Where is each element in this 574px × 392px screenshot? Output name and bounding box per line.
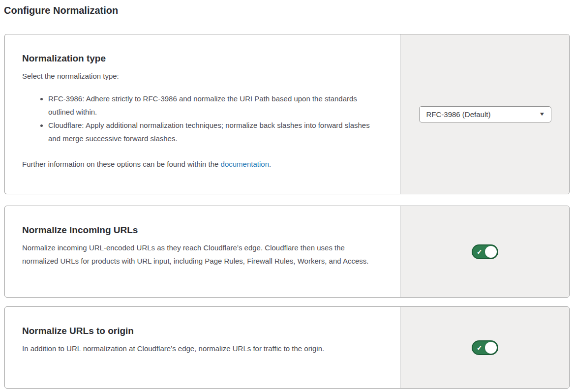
card-heading-normalize-incoming-urls: Normalize incoming URLs xyxy=(22,224,376,237)
list-item-rfc3986: RFC-3986: Adhere strictly to RFC-3986 an… xyxy=(48,92,374,119)
normalization-type-intro: Select the normalization type: xyxy=(22,69,376,83)
normalize-urls-to-origin-description: In addition to URL normalization at Clou… xyxy=(22,342,376,355)
configure-normalization-page: Configure Normalization Normalization ty… xyxy=(0,0,574,392)
page-title: Configure Normalization xyxy=(0,0,574,16)
card-normalize-urls-to-origin: Normalize URLs to origin In addition to … xyxy=(4,306,570,389)
check-icon: ✓ xyxy=(477,248,483,255)
normalize-urls-to-origin-toggle[interactable]: ✓ xyxy=(472,340,498,355)
check-icon: ✓ xyxy=(477,344,483,351)
card-normalize-incoming-urls-aside: ✓ xyxy=(400,206,569,297)
card-normalization-type: Normalization type Select the normalizat… xyxy=(4,34,570,194)
normalization-type-select[interactable]: RFC-3986 (Default) ▼ xyxy=(419,106,551,122)
card-normalize-urls-to-origin-aside: ✓ xyxy=(400,307,569,388)
card-normalize-urls-to-origin-body: Normalize URLs to origin In addition to … xyxy=(5,307,400,388)
card-normalize-incoming-urls: Normalize incoming URLs Normalize incomi… xyxy=(4,206,570,298)
normalization-type-options-list: RFC-3986: Adhere strictly to RFC-3986 an… xyxy=(22,92,376,145)
footer-text-prefix: Further information on these options can… xyxy=(22,160,221,168)
chevron-down-icon: ▼ xyxy=(539,112,545,117)
card-normalization-type-body: Normalization type Select the normalizat… xyxy=(5,34,400,194)
card-heading-normalize-urls-to-origin: Normalize URLs to origin xyxy=(22,325,376,337)
footer-text-suffix: . xyxy=(269,160,271,168)
toggle-knob xyxy=(485,246,497,258)
card-normalize-incoming-urls-body: Normalize incoming URLs Normalize incomi… xyxy=(5,206,400,297)
normalization-type-footer: Further information on these options can… xyxy=(22,157,376,171)
normalization-type-select-value: RFC-3986 (Default) xyxy=(426,110,491,119)
card-normalization-type-aside: RFC-3986 (Default) ▼ xyxy=(400,34,569,194)
normalize-incoming-urls-description: Normalize incoming URL-encoded URLs as t… xyxy=(22,241,376,268)
normalize-incoming-urls-toggle[interactable]: ✓ xyxy=(472,244,498,259)
documentation-link[interactable]: documentation xyxy=(221,160,269,168)
toggle-knob xyxy=(485,342,497,354)
card-heading-normalization-type: Normalization type xyxy=(22,52,376,65)
settings-cards: Normalization type Select the normalizat… xyxy=(4,34,570,389)
list-item-cloudflare: Cloudflare: Apply additional normalizati… xyxy=(48,119,374,145)
